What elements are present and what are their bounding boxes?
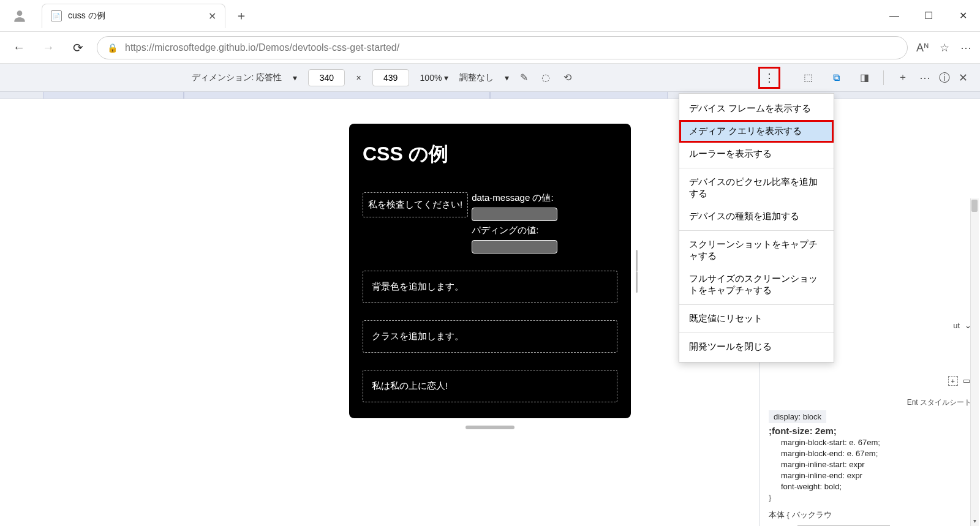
add-class-box[interactable]: クラスを追加します。 <box>363 320 617 353</box>
css-fw-prop[interactable]: font-weight: bold; <box>781 482 971 491</box>
dimension-label: ディメンション: 応答性 <box>192 72 282 83</box>
minimize-button[interactable]: ― <box>877 2 911 29</box>
menu-separator <box>679 304 834 305</box>
add-bg-box[interactable]: 背景色を追加します。 <box>363 271 617 303</box>
menu-capture-screenshot[interactable]: スクリーンショットをキャプチャする <box>679 233 834 268</box>
css-mbe-prop[interactable]: margin-block-end: e. 67em; <box>781 449 971 458</box>
more-options-button[interactable]: ⋮ <box>758 67 780 89</box>
menu-separator <box>679 333 834 333</box>
css-mis-prop[interactable]: margin-inline-start: expr <box>781 460 971 469</box>
throttle-select[interactable]: 調整なし <box>459 72 494 83</box>
css-font-size-prop[interactable]: ;font-size: 2em; <box>769 426 971 436</box>
css-mie-prop[interactable]: margin-inline-end: expr <box>781 471 971 480</box>
device-toggle-icon[interactable]: ⧉ <box>827 69 845 87</box>
close-icon[interactable]: ✕ <box>208 10 216 22</box>
body-rule[interactable]: 本体 { バックラウ <box>769 509 971 520</box>
eyedropper-icon[interactable]: ✎ <box>520 72 528 83</box>
refresh-button[interactable]: ⟳ <box>67 37 88 58</box>
forward-button[interactable]: → <box>38 37 59 58</box>
css-display-prop[interactable]: display: block <box>769 410 826 423</box>
menu-show-device-frame[interactable]: デバイス フレームを表示する <box>679 97 834 120</box>
data-message-label: data-message の値: <box>472 192 557 204</box>
add-panel-button[interactable]: ＋ <box>894 69 912 87</box>
back-button[interactable]: ← <box>9 37 29 58</box>
window-controls: ― ☐ ✕ <box>877 2 980 29</box>
profile-icon[interactable] <box>7 4 32 28</box>
devtools-more-icon[interactable]: ⋯ <box>919 71 930 85</box>
devtools-close-icon[interactable]: ✕ <box>959 71 968 85</box>
menu-add-device-type[interactable]: デバイスの種類を追加する <box>679 205 834 228</box>
menu-separator <box>679 230 834 231</box>
browser-titlebar: 📄 cuss の例 ✕ ＋ ― ☐ ✕ <box>0 0 980 32</box>
menu-show-rulers[interactable]: ルーラーを表示する <box>679 143 834 165</box>
device-options-menu: デバイス フレームを表示する メディア クエリを表示する ルーラーを表示する デ… <box>679 93 834 363</box>
menu-reset[interactable]: 既定値にリセット <box>679 307 834 330</box>
menu-add-dpr[interactable]: デバイスのピクセル比率を追加する <box>679 171 834 205</box>
file-icon: 📄 <box>51 10 62 21</box>
url-input[interactable]: 🔒 https://microsoftedge.github.io/Demos/… <box>97 36 908 59</box>
read-aloud-icon[interactable]: Aᴺ <box>916 41 929 54</box>
url-text: https://microsoftedge.github.io/Demos/de… <box>125 42 399 53</box>
times-label: × <box>356 73 361 83</box>
lock-icon: 🔒 <box>107 43 118 53</box>
inspect-element-icon[interactable]: ⬚ <box>799 69 817 87</box>
height-input[interactable] <box>372 69 409 86</box>
styles-tab-label[interactable]: ut <box>953 321 960 330</box>
page-content: CSS の例 私を検査してください! data-message の値: パディン… <box>349 124 631 418</box>
menu-close-devtools[interactable]: 開発ツールを閉じる <box>679 336 834 358</box>
padding-input[interactable] <box>472 240 557 254</box>
dock-icon[interactable]: ◨ <box>855 69 873 87</box>
dimension-dropdown-icon[interactable]: ▾ <box>293 73 297 83</box>
menu-separator <box>679 168 834 168</box>
maximize-button[interactable]: ☐ <box>911 2 946 29</box>
help-icon[interactable]: ⓘ <box>939 70 950 85</box>
device-toolbar: ディメンション: 応答性 ▾ × 100% ▾ 調整なし ▾ ✎ ◌ ⟲ ⋮ ⬚… <box>0 64 980 92</box>
new-tab-button[interactable]: ＋ <box>230 5 252 27</box>
menu-icon[interactable]: ⋯ <box>960 41 971 54</box>
address-bar: ← → ⟳ 🔒 https://microsoftedge.github.io/… <box>0 32 980 64</box>
rotate-icon[interactable]: ⟲ <box>564 72 571 83</box>
close-window-button[interactable]: ✕ <box>946 2 980 29</box>
favorite-icon[interactable]: ☆ <box>940 41 949 54</box>
css-mbs-prop[interactable]: margin-block-start: e. 67em; <box>781 438 971 447</box>
resize-handle-right[interactable] <box>636 250 642 293</box>
tab-title: cuss の例 <box>68 10 105 21</box>
new-style-icon[interactable]: + <box>948 376 958 386</box>
data-message-input[interactable] <box>472 208 557 221</box>
menu-capture-full-screenshot[interactable]: フルサイズのスクリーンショットをキャプチャする <box>679 268 834 302</box>
svg-point-0 <box>17 10 23 16</box>
devtools-scrollbar[interactable]: ▴ ▾ <box>970 198 979 526</box>
width-input[interactable] <box>308 69 345 86</box>
page-title: CSS の例 <box>363 141 617 168</box>
menu-show-media-queries[interactable]: メディア クエリを表示する <box>679 120 834 143</box>
inspect-me-box[interactable]: 私を検査してください! <box>363 192 468 217</box>
browser-tab[interactable]: 📄 cuss の例 ✕ <box>42 4 225 28</box>
hover-box[interactable]: 私は私の上に恋人! <box>363 370 617 402</box>
resize-handle-bottom[interactable] <box>466 426 514 429</box>
throttle-dropdown-icon[interactable]: ▾ <box>505 73 509 83</box>
toggle-style-icon[interactable]: ▭ <box>963 376 970 386</box>
stylesheet-source[interactable]: Ent スタイルシート <box>769 397 971 408</box>
loading-icon[interactable]: ◌ <box>541 72 550 83</box>
zoom-select[interactable]: 100% ▾ <box>420 73 449 83</box>
padding-label: パディングの値: <box>472 225 557 236</box>
